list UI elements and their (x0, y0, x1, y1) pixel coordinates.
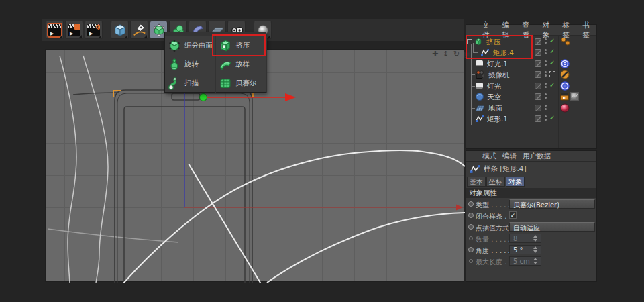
animation-dot (469, 259, 473, 263)
animation-dot[interactable] (468, 213, 474, 218)
lathe-icon (168, 58, 181, 71)
tab-coordinates[interactable]: 坐标 (486, 177, 505, 187)
am-object-header: 样条 [矩形.4] (466, 162, 596, 176)
object-name: 地面 (488, 104, 502, 113)
property-row-type: 类型 . . . . . 贝塞尔(Bezier) (466, 199, 596, 210)
object-axis-center-handle[interactable] (200, 94, 207, 101)
tab-basic[interactable]: 基本 (467, 177, 486, 187)
faint-spline (48, 229, 178, 242)
bezier-icon (219, 77, 232, 90)
rotate-icon[interactable]: ↻ (452, 50, 461, 58)
spline-pen-icon (132, 23, 147, 38)
angle-stepper[interactable] (533, 246, 537, 253)
enabled-check-icon[interactable]: ✓ (549, 37, 555, 44)
close-spline-checkbox[interactable]: ✓ (509, 211, 517, 219)
object-manager-menu: 文件 编辑 查看 对象 标签 书签 (466, 25, 596, 36)
dolly-icon[interactable]: ↕ (441, 50, 450, 58)
primitive-cube-button[interactable] (111, 21, 129, 39)
phone-inner-shell (117, 93, 250, 283)
menu-item-lathe[interactable]: 旋转 (165, 55, 216, 74)
bezier-arc-upper (123, 150, 465, 283)
phong-tag[interactable] (560, 37, 571, 47)
texture-tag[interactable] (570, 92, 579, 102)
subdivision-surface-icon (168, 39, 181, 52)
pan-icon[interactable]: ✚ (431, 50, 439, 58)
render-settings-icon: ⚙ (87, 24, 100, 36)
spline-pen-button[interactable] (130, 21, 148, 39)
protection-tag[interactable] (560, 70, 570, 81)
object-row-sky[interactable]: 天空 (466, 91, 596, 102)
am-tabs: 基本 坐标 对象 (467, 177, 525, 187)
bezier-arc-lower (267, 213, 465, 283)
render-picture-viewer-button[interactable] (65, 21, 83, 39)
object-x-axis-arrowhead[interactable] (285, 93, 296, 101)
visibility-dots[interactable] (545, 49, 547, 54)
interpolation-dropdown[interactable]: 自动适应 (509, 222, 595, 232)
layer-toggle[interactable] (535, 83, 541, 89)
target-tag[interactable] (560, 59, 570, 70)
animation-dot[interactable] (468, 201, 474, 207)
compositing-tag[interactable] (560, 92, 569, 102)
am-menu-userdata[interactable]: 用户数据 (523, 152, 551, 161)
render-view-button[interactable] (46, 21, 64, 39)
render-view-icon (48, 24, 61, 36)
visibility-dots[interactable] (545, 105, 547, 110)
enabled-check-icon[interactable]: ✓ (549, 59, 555, 66)
light-icon (476, 83, 483, 89)
visibility-dots[interactable] (545, 71, 547, 77)
animation-dot[interactable] (468, 247, 474, 252)
property-row-close-spline: 闭合样条 . . ✓ (466, 211, 596, 221)
tree-line (471, 86, 475, 87)
layer-toggle[interactable] (535, 105, 541, 111)
am-menu-mode[interactable]: 模式 (482, 152, 496, 161)
layer-toggle[interactable] (535, 93, 541, 100)
object-row-light[interactable]: 灯光 ✓ (466, 81, 596, 91)
phone-outer-outline (115, 90, 252, 283)
layer-toggle[interactable] (535, 71, 541, 78)
c4d-window: ⚙ (0, 0, 644, 302)
render-settings-button[interactable]: ⚙ (85, 21, 103, 39)
enabled-check-icon[interactable]: ✓ (549, 81, 555, 89)
visibility-dots[interactable] (545, 60, 547, 66)
menu-item-loft[interactable]: 放样 (216, 55, 267, 74)
object-row-floor[interactable]: 地面 (466, 103, 596, 113)
object-row-light1[interactable]: 灯光.1 ✓ (466, 58, 596, 69)
layer-toggle[interactable] (535, 38, 541, 45)
property-label: 类型 . . . . . (476, 201, 511, 210)
menu-item-bezier[interactable]: 贝赛尔 (216, 74, 267, 93)
tree-line (471, 97, 475, 97)
material-red-tag[interactable] (560, 103, 570, 114)
enabled-check-icon[interactable]: ✓ (549, 114, 555, 121)
enabled-check-icon[interactable]: ✓ (549, 48, 555, 55)
type-dropdown[interactable]: 贝塞尔(Bezier) (509, 199, 595, 209)
phone-notch (172, 93, 200, 100)
layer-toggle[interactable] (535, 115, 541, 122)
object-name: 矩形.1 (487, 115, 508, 124)
object-name: 灯光 (487, 82, 501, 91)
panel-grip-icon[interactable] (469, 27, 476, 34)
menu-item-label: 扫描 (184, 79, 199, 88)
layer-toggle[interactable] (535, 49, 541, 56)
menu-item-sweep[interactable]: 扫描 (165, 74, 216, 93)
object-row-camera[interactable]: 摄像机 (466, 69, 596, 80)
visibility-dots[interactable] (545, 93, 547, 99)
layer-toggle[interactable] (535, 60, 541, 67)
camera-icon (476, 70, 484, 79)
object-row-rectangle1[interactable]: 矩形.1 ✓ (466, 113, 596, 124)
property-row-angle: 角度 . . . . . 5 ° (466, 245, 596, 256)
menu-item-subdivision-surface[interactable]: 细分曲面 (165, 36, 216, 55)
target-tag[interactable] (560, 81, 570, 92)
menu-item-label: 细分曲面 (184, 41, 213, 50)
visibility-dots[interactable] (545, 83, 547, 88)
visibility-dots[interactable] (545, 38, 547, 44)
animation-dot[interactable] (468, 224, 474, 230)
camera-active-icon[interactable] (549, 71, 555, 77)
tab-object[interactable]: 对象 (506, 177, 525, 187)
property-row-interpolation: 点插值方式 自动适应 (466, 222, 596, 233)
light-icon (476, 60, 483, 66)
visibility-dots[interactable] (545, 115, 547, 121)
panel-grip-icon[interactable] (469, 153, 476, 160)
am-menu-edit[interactable]: 编辑 (502, 152, 517, 161)
sky-icon (476, 93, 484, 101)
attribute-manager: 模式 编辑 用户数据 样条 [矩形.4] 基本 坐标 对象 对象属性 类型 . … (466, 150, 597, 282)
